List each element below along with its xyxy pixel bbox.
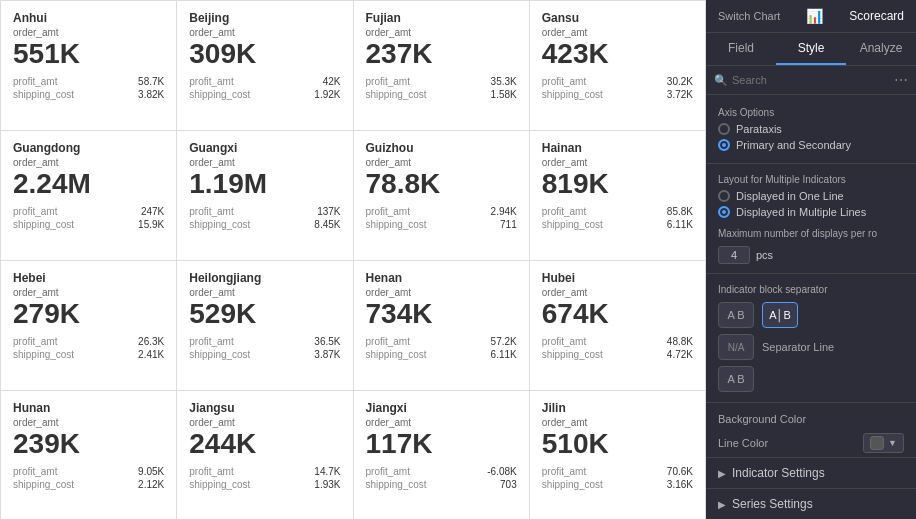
cell-region: Guangxi: [189, 141, 340, 155]
list-item: profit_amt 58.7K: [13, 76, 164, 87]
sub-field-value: 42K: [323, 76, 341, 87]
cell-value-large: 551K: [13, 39, 164, 70]
line-color-dropdown[interactable]: ▼: [863, 433, 904, 453]
layout-radio-group: Displayed in One Line Displayed in Multi…: [706, 188, 916, 224]
sub-field-value: 703: [500, 479, 517, 490]
cell-region: Hubei: [542, 271, 693, 285]
more-icon[interactable]: ⋯: [894, 72, 908, 88]
multiple-lines-radio[interactable]: [718, 206, 730, 218]
list-item: profit_amt 137K: [189, 206, 340, 217]
cell-field-label: order_amt: [366, 417, 517, 428]
cell-value-large: 819K: [542, 169, 693, 200]
sub-field-label: profit_amt: [13, 336, 57, 347]
cell-value-large: 309K: [189, 39, 340, 70]
line-color-row: Line Color ▼: [706, 429, 916, 457]
table-row: Jilin order_amt 510K profit_amt 70.6K sh…: [530, 391, 706, 519]
cell-field-label: order_amt: [366, 287, 517, 298]
sep-option-ab-plain[interactable]: A B: [718, 302, 754, 328]
cell-region: Guizhou: [366, 141, 517, 155]
right-panel: Switch Chart 📊 Scorecard Field Style Ana…: [706, 0, 916, 519]
list-item: shipping_cost 1.93K: [189, 479, 340, 490]
series-settings-label: Series Settings: [732, 497, 813, 511]
table-row: Guangdong order_amt 2.24M profit_amt 247…: [1, 131, 177, 261]
primary-secondary-radio[interactable]: [718, 139, 730, 151]
primary-secondary-label: Primary and Secondary: [736, 139, 851, 151]
cell-field-label: order_amt: [542, 27, 693, 38]
sub-field-value: 14.7K: [314, 466, 340, 477]
sep-option-ab-alt[interactable]: A B: [718, 366, 754, 392]
cell-region: Anhui: [13, 11, 164, 25]
list-item: profit_amt 247K: [13, 206, 164, 217]
sub-field-value: 3.82K: [138, 89, 164, 100]
sub-field-value: 1.93K: [314, 479, 340, 490]
axis-options-label: Axis Options: [706, 103, 916, 121]
separator-options: A B A│B: [706, 298, 916, 332]
cell-field-label: order_amt: [542, 157, 693, 168]
primary-secondary-option[interactable]: Primary and Secondary: [718, 139, 904, 151]
divider-3: [706, 402, 916, 403]
sub-field-value: 711: [500, 219, 517, 230]
list-item: shipping_cost 2.41K: [13, 349, 164, 360]
max-number-input[interactable]: [718, 246, 750, 264]
sub-field-label: shipping_cost: [189, 89, 250, 100]
tab-analyze[interactable]: Analyze: [846, 33, 916, 65]
list-item: profit_amt 9.05K: [13, 466, 164, 477]
sep-option-ab-box[interactable]: A│B: [762, 302, 798, 328]
parataxis-radio-group: Parataxis Primary and Secondary: [706, 121, 916, 157]
parataxis-radio[interactable]: [718, 123, 730, 135]
list-item: profit_amt 2.94K: [366, 206, 517, 217]
sub-field-label: shipping_cost: [189, 479, 250, 490]
sep-option-na[interactable]: N/A: [718, 334, 754, 360]
number-row: pcs: [706, 243, 916, 267]
layout-label: Layout for Multiple Indicators: [706, 170, 916, 188]
sub-field-value: 1.92K: [314, 89, 340, 100]
cell-field-label: order_amt: [366, 27, 517, 38]
tab-style[interactable]: Style: [776, 33, 846, 65]
multiple-lines-option[interactable]: Displayed in Multiple Lines: [718, 206, 904, 218]
cell-value-large: 423K: [542, 39, 693, 70]
table-row: Jiangxi order_amt 117K profit_amt -6.08K…: [354, 391, 530, 519]
series-settings-section[interactable]: ▶ Series Settings: [706, 488, 916, 519]
sub-field-label: shipping_cost: [189, 219, 250, 230]
table-row: Hunan order_amt 239K profit_amt 9.05K sh…: [1, 391, 177, 519]
list-item: profit_amt 35.3K: [366, 76, 517, 87]
sub-field-label: profit_amt: [13, 206, 57, 217]
table-row: Anhui order_amt 551K profit_amt 58.7K sh…: [1, 1, 177, 131]
sub-field-label: shipping_cost: [366, 89, 427, 100]
sub-field-value: 2.12K: [138, 479, 164, 490]
cell-region: Fujian: [366, 11, 517, 25]
one-line-label: Displayed in One Line: [736, 190, 844, 202]
cell-value-large: 78.8K: [366, 169, 517, 200]
sub-field-value: 1.58K: [491, 89, 517, 100]
cell-value-large: 1.19M: [189, 169, 340, 200]
table-row: Hubei order_amt 674K profit_amt 48.8K sh…: [530, 261, 706, 391]
separator-title: Indicator block separator: [706, 280, 916, 298]
sub-field-label: shipping_cost: [542, 349, 603, 360]
indicator-settings-label: Indicator Settings: [732, 466, 825, 480]
parataxis-option[interactable]: Parataxis: [718, 123, 904, 135]
sub-field-label: profit_amt: [366, 206, 410, 217]
scorecard-grid: Anhui order_amt 551K profit_amt 58.7K sh…: [0, 0, 706, 519]
one-line-option[interactable]: Displayed in One Line: [718, 190, 904, 202]
expand-icon-series: ▶: [718, 499, 726, 510]
list-item: profit_amt 70.6K: [542, 466, 693, 477]
table-row: Guizhou order_amt 78.8K profit_amt 2.94K…: [354, 131, 530, 261]
cell-region: Beijing: [189, 11, 340, 25]
line-color-label: Line Color: [718, 437, 855, 449]
list-item: profit_amt 36.5K: [189, 336, 340, 347]
indicator-settings-section[interactable]: ▶ Indicator Settings: [706, 457, 916, 488]
list-item: shipping_cost 8.45K: [189, 219, 340, 230]
scorecard-panel: Anhui order_amt 551K profit_amt 58.7K sh…: [0, 0, 706, 519]
sub-field-value: 6.11K: [491, 349, 517, 360]
sub-field-value: 3.87K: [314, 349, 340, 360]
one-line-radio[interactable]: [718, 190, 730, 202]
sub-field-label: shipping_cost: [13, 479, 74, 490]
search-input[interactable]: [732, 74, 890, 86]
sub-field-label: profit_amt: [542, 336, 586, 347]
cell-region: Henan: [366, 271, 517, 285]
panel-content: Axis Options Parataxis Primary and Secon…: [706, 95, 916, 519]
cell-value-large: 674K: [542, 299, 693, 330]
tab-field[interactable]: Field: [706, 33, 776, 65]
sub-field-value: -6.08K: [487, 466, 516, 477]
sub-field-value: 3.16K: [667, 479, 693, 490]
